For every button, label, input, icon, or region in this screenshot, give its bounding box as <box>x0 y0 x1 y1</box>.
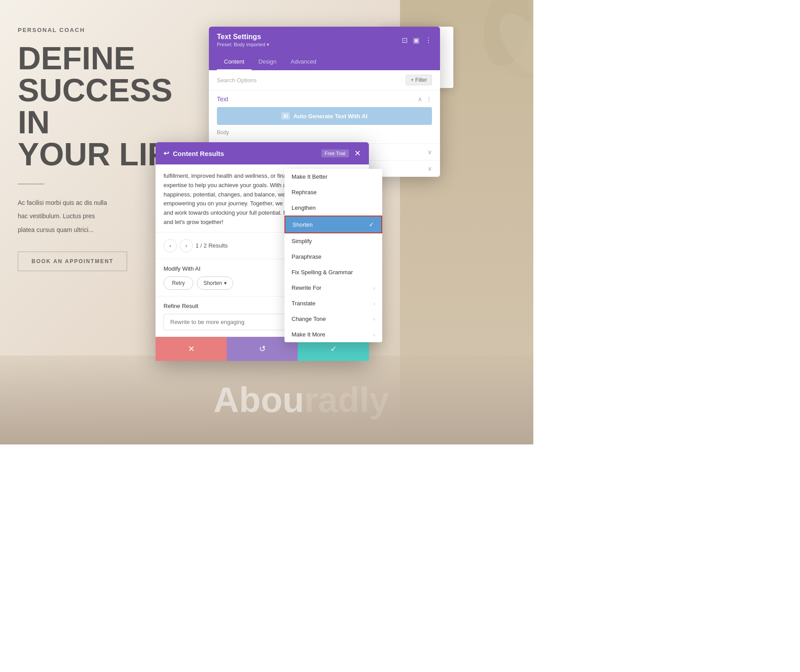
dropdown-item-translate[interactable]: Translate › <box>284 296 382 311</box>
dropdown-label-rewrite-for: Rewrite For <box>292 284 321 291</box>
shorten-dropdown-button[interactable]: Shorten ▾ <box>197 276 233 290</box>
shorten-check-icon: ✓ <box>369 221 374 228</box>
prev-result-button[interactable]: ‹ <box>164 239 177 252</box>
ai-icon: AI <box>281 112 290 120</box>
about-text: Abouradly <box>213 380 389 420</box>
dropdown-label-rephrase: Rephrase <box>292 189 316 196</box>
cancel-button[interactable]: ✕ <box>156 337 227 361</box>
tab-content[interactable]: Content <box>217 54 252 70</box>
panel-icon-frame[interactable]: ⊡ <box>402 36 408 44</box>
modal-back-icon: ↩ <box>164 149 169 157</box>
confirm-icon: ✓ <box>330 344 337 353</box>
text-section-label: Text <box>217 96 228 103</box>
modal-close-button[interactable]: ✕ <box>354 148 361 158</box>
panel-search: Search Options + Filter <box>209 70 440 90</box>
result-count: 1 / 2 Results <box>196 242 228 249</box>
dropdown-item-change-tone[interactable]: Change Tone › <box>284 311 382 327</box>
modal-header: ↩ Content Results Free Trial ✕ <box>156 142 369 164</box>
expand-icon-2[interactable]: ∨ <box>428 165 432 172</box>
panel-icon-grid[interactable]: ▣ <box>413 36 420 44</box>
personal-coach-label: PERSONAL COACH <box>18 27 204 33</box>
book-appointment-button[interactable]: BOOK AN APPOINTMENT <box>18 252 127 271</box>
retry-button[interactable]: Retry <box>164 276 193 290</box>
panel-icon-more[interactable]: ⋮ <box>425 36 432 44</box>
modal-title-text: Content Results <box>173 150 224 157</box>
panel-title: Text Settings <box>217 33 269 41</box>
shorten-dropdown-arrow: ▾ <box>224 280 227 286</box>
headline-line1: DEFINE <box>18 42 204 74</box>
body-label: Body <box>217 129 432 136</box>
tab-design[interactable]: Design <box>252 54 284 70</box>
dropdown-label-simplify: Simplify <box>292 238 312 244</box>
free-trial-badge: Free Trial <box>321 149 349 157</box>
bottom-area: Abouradly <box>0 356 533 444</box>
modal-header-right: Free Trial ✕ <box>321 148 361 158</box>
undo-icon: ↺ <box>259 344 266 353</box>
translate-arrow: › <box>373 301 375 306</box>
text-section: Text ∧ ⋮ AI Auto Generate Text With AI B… <box>209 90 440 144</box>
dropdown-item-make-it-more[interactable]: Make It More › <box>284 327 382 342</box>
dropdown-label-make-it-better: Make It Better <box>292 173 328 180</box>
panel-subtitle: Preset: Body imported ▾ <box>217 42 269 48</box>
nav-arrows: ‹ › 1 / 2 Results <box>164 239 228 252</box>
modal-title: ↩ Content Results <box>164 149 224 157</box>
dropdown-item-shorten[interactable]: Shorten ✓ <box>284 216 382 233</box>
more-options-icon[interactable]: ⋮ <box>426 96 432 103</box>
dropdown-item-rewrite-for[interactable]: Rewrite For › <box>284 280 382 296</box>
tab-advanced[interactable]: Advanced <box>284 54 324 70</box>
dropdown-item-rephrase[interactable]: Rephrase <box>284 184 382 200</box>
dropdown-label-make-it-more: Make It More <box>292 331 325 338</box>
text-section-controls: ∧ ⋮ <box>418 96 432 103</box>
auto-generate-ai-button[interactable]: AI Auto Generate Text With AI <box>217 107 432 125</box>
change-tone-arrow: › <box>373 316 375 322</box>
decorative-plant-icon <box>453 0 533 133</box>
dropdown-item-simplify[interactable]: Simplify <box>284 233 382 249</box>
expand-icon-1[interactable]: ∨ <box>428 148 432 156</box>
headline-line2: SUCCESS IN <box>18 74 204 138</box>
cancel-icon: ✕ <box>188 344 195 353</box>
panel-header: Text Settings Preset: Body imported ▾ ⊡ … <box>209 27 440 54</box>
rewrite-for-arrow: › <box>373 285 375 291</box>
text-section-header: Text ∧ ⋮ <box>217 96 432 103</box>
dropdown-label-translate: Translate <box>292 300 316 307</box>
collapse-icon[interactable]: ∧ <box>418 96 422 103</box>
panel-title-group: Text Settings Preset: Body imported ▾ <box>217 33 269 48</box>
panel-tabs: Content Design Advanced <box>209 54 440 70</box>
dropdown-item-fix-spelling[interactable]: Fix Spelling & Grammar <box>284 264 382 280</box>
dropdown-label-lengthen: Lengthen <box>292 204 316 211</box>
panel-header-icons: ⊡ ▣ ⋮ <box>402 36 432 44</box>
dropdown-item-lengthen[interactable]: Lengthen <box>284 200 382 216</box>
dropdown-item-paraphrase[interactable]: Paraphrase <box>284 249 382 264</box>
shorten-label: Shorten <box>204 280 222 286</box>
search-placeholder: Search Options <box>217 77 257 84</box>
dropdown-item-make-it-better[interactable]: Make It Better <box>284 169 382 184</box>
dropdown-label-paraphrase: Paraphrase <box>292 253 321 260</box>
ai-btn-label: Auto Generate Text With AI <box>293 113 368 120</box>
filter-button[interactable]: + Filter <box>406 75 432 85</box>
shorten-dropdown-menu: Make It Better Rephrase Lengthen Shorten… <box>284 169 382 342</box>
divider <box>18 184 44 184</box>
dropdown-label-change-tone: Change Tone <box>292 316 326 322</box>
dropdown-label-shorten: Shorten <box>292 221 313 228</box>
content-results-modal: ↩ Content Results Free Trial ✕ fulfillme… <box>156 142 369 361</box>
next-result-button[interactable]: › <box>180 239 193 252</box>
dropdown-label-fix-spelling: Fix Spelling & Grammar <box>292 269 353 276</box>
make-it-more-arrow: › <box>373 332 375 337</box>
